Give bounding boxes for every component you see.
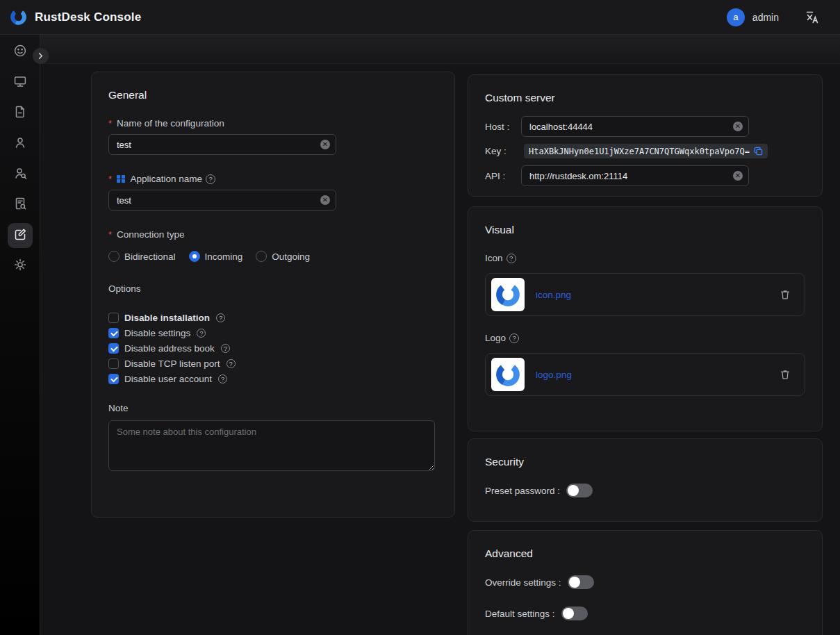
security-title: Security: [485, 456, 805, 468]
api-label: API :: [485, 171, 521, 181]
topbar: RustDesk Console a admin: [0, 0, 840, 35]
sidebar-item-welcome[interactable]: [8, 40, 33, 65]
clear-icon[interactable]: ✕: [320, 140, 330, 149]
logo-label: Logo ?: [485, 333, 805, 343]
checkbox-box: [108, 343, 119, 354]
default-settings-row: Default settings :: [485, 607, 805, 620]
radio-dot: [256, 251, 267, 262]
checkbox-box: [108, 374, 119, 384]
document-icon: [13, 105, 27, 122]
checkbox-disable-user-account[interactable]: Disable user account ?: [108, 371, 438, 386]
brand: RustDesk Console: [9, 8, 141, 26]
sidebar-item-devices[interactable]: [8, 70, 33, 95]
user-name[interactable]: admin: [752, 12, 779, 23]
checkbox-box: [108, 313, 119, 323]
default-settings-label: Default settings :: [485, 609, 555, 619]
rustdesk-console-page: RustDesk Console a admin: [0, 0, 840, 635]
icon-thumbnail: [491, 278, 525, 311]
advanced-title: Advanced: [485, 547, 805, 560]
clear-icon[interactable]: ✕: [733, 171, 743, 181]
note-label: Note: [108, 403, 438, 413]
general-card-title: General: [108, 89, 438, 101]
connection-type-radios: Bidirectional Incoming Outgoing: [108, 251, 438, 262]
smiley-icon: [13, 44, 27, 60]
connection-type-label: Connection type: [108, 229, 438, 240]
security-card: Security Preset password :: [468, 438, 823, 522]
key-row: Key : HtaXBkJNHyn0e1U1jWXze7A7CN7QTGWqxk…: [485, 144, 805, 158]
host-input[interactable]: [521, 116, 749, 137]
clear-icon[interactable]: ✕: [733, 122, 743, 131]
checkbox-box: [108, 358, 119, 369]
sidebar-expand-button[interactable]: [33, 48, 49, 64]
logo-thumbnail: [491, 358, 525, 391]
checkbox-disable-installation[interactable]: Disable installation ?: [108, 310, 438, 325]
user-avatar[interactable]: a: [727, 8, 745, 26]
server-key-value: HtaXBkJNHyn0e1U1jWXze7A7CN7QTGWqxk0tpaVp…: [529, 147, 750, 156]
sidebar-item-settings[interactable]: [8, 254, 33, 279]
delete-icon[interactable]: [780, 369, 791, 380]
note-textarea[interactable]: [108, 420, 435, 471]
copy-icon[interactable]: [754, 147, 763, 156]
config-name-label: Name of the configuration: [108, 118, 438, 129]
app-title: RustDesk Console: [35, 10, 141, 24]
sidebar-item-sessions[interactable]: [8, 101, 33, 126]
checkbox-disable-tcp-listen-port[interactable]: Disable TCP listen port ?: [108, 356, 438, 371]
radio-incoming[interactable]: Incoming: [189, 251, 243, 262]
help-icon[interactable]: ?: [227, 359, 236, 368]
override-settings-label: Override settings :: [485, 577, 561, 588]
app-name-input[interactable]: [108, 190, 336, 211]
override-settings-row: Override settings :: [485, 575, 805, 589]
options-list: Disable installation ? Disable settings …: [108, 310, 438, 386]
delete-icon[interactable]: [780, 289, 791, 300]
preset-password-label: Preset password :: [485, 486, 560, 496]
custom-server-title: Custom server: [485, 92, 805, 104]
help-icon[interactable]: ?: [221, 344, 230, 353]
app-name-field: ✕: [108, 190, 336, 211]
sidebar-item-groups[interactable]: [8, 162, 33, 187]
advanced-card: Advanced Override settings : Default set…: [468, 530, 823, 635]
radio-bidirectional[interactable]: Bidirectional: [108, 251, 176, 262]
host-field: ✕: [521, 116, 749, 137]
default-settings-toggle[interactable]: [561, 607, 588, 620]
help-icon[interactable]: ?: [197, 329, 206, 338]
general-card: General Name of the configuration ✕ Appl…: [91, 72, 455, 518]
windows-logo-icon: [117, 175, 125, 183]
icon-file-link[interactable]: icon.png: [536, 290, 571, 300]
chevron-right-icon: [37, 52, 44, 60]
edit-square-icon: [13, 227, 27, 244]
override-settings-toggle[interactable]: [568, 575, 594, 589]
sidebar: [0, 35, 40, 635]
server-key-chip: HtaXBkJNHyn0e1U1jWXze7A7CN7QTGWqxk0tpaVp…: [524, 144, 768, 158]
help-icon[interactable]: ?: [216, 313, 225, 322]
user-search-icon: [13, 166, 27, 183]
options-label: Options: [108, 283, 438, 294]
sidebar-item-custom-client[interactable]: [8, 223, 33, 248]
key-label: Key :: [485, 146, 521, 156]
help-icon[interactable]: ?: [509, 333, 519, 343]
checkbox-disable-address-book[interactable]: Disable address book ?: [108, 340, 438, 356]
rustdesk-logo-icon: [9, 8, 28, 26]
user-icon: [13, 135, 27, 152]
api-row: API : ✕: [485, 165, 805, 186]
api-input[interactable]: [521, 165, 749, 186]
radio-outgoing[interactable]: Outgoing: [256, 251, 310, 262]
checkbox-disable-settings[interactable]: Disable settings ?: [108, 325, 438, 340]
monitor-icon: [13, 74, 27, 91]
preset-password-toggle[interactable]: [566, 484, 593, 497]
help-icon[interactable]: ?: [206, 174, 215, 184]
help-icon[interactable]: ?: [218, 374, 227, 384]
clear-icon[interactable]: ✕: [320, 195, 330, 205]
help-icon[interactable]: ?: [507, 254, 516, 263]
logo-file-link[interactable]: logo.png: [536, 370, 572, 380]
icon-file-row: icon.png: [485, 273, 805, 316]
sidebar-item-users[interactable]: [8, 131, 33, 156]
app-name-label: Application name ?: [108, 174, 438, 184]
config-name-input[interactable]: [108, 134, 336, 155]
sidebar-item-audit[interactable]: [8, 192, 33, 217]
gear-icon: [13, 258, 27, 274]
page-header-band: [40, 35, 840, 64]
translate-icon[interactable]: [805, 10, 819, 24]
host-row: Host : ✕: [485, 116, 805, 137]
custom-server-card: Custom server Host : ✕ Key : HtaXBkJNHyn…: [468, 74, 823, 197]
logo-file-row: logo.png: [485, 353, 805, 396]
